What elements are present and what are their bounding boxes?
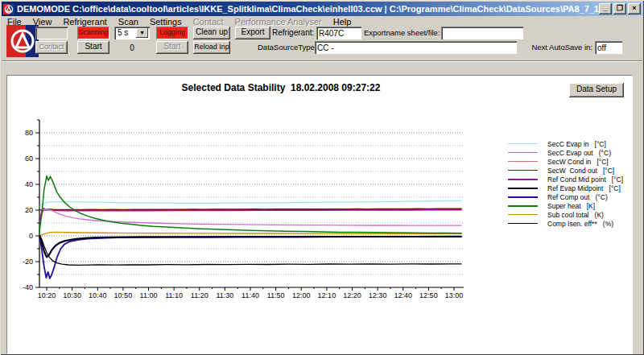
svg-text:13:00: 13:00 <box>445 291 464 299</box>
svg-text:-20: -20 <box>23 258 33 266</box>
svg-text:10:50: 10:50 <box>114 291 133 299</box>
app-window: DEMOMODE C:\office\data\cooltool\article… <box>0 0 644 355</box>
legend-label: SecC Evap in [°C] <box>547 140 606 148</box>
scan-start-button[interactable]: Start <box>77 41 109 54</box>
contact-button[interactable]: Contact <box>35 41 68 54</box>
svg-text:11:20: 11:20 <box>191 291 208 299</box>
legend-label: Comp Isen. eff** (%) <box>547 220 613 228</box>
svg-text:11:30: 11:30 <box>216 291 233 299</box>
svg-text:12:20: 12:20 <box>343 291 361 299</box>
scanning-status-badge: Scanning <box>77 27 109 39</box>
legend-item: Ref Evap Midpoint [°C] <box>506 184 621 192</box>
legend-label: Sub cool total (K) <box>547 211 604 219</box>
legend-line-swatch <box>508 161 538 162</box>
legend-label: SecC Evap out (°C) <box>547 149 611 157</box>
chart-panel: 806040200-20-4010:2010:3010:4010:5011:00… <box>6 75 633 354</box>
svg-text:60: 60 <box>25 155 33 163</box>
svg-text:12:00: 12:00 <box>292 291 311 299</box>
datasource-label: DataSourceType: <box>258 41 312 54</box>
svg-text:80: 80 <box>25 129 33 137</box>
svg-text:10:30: 10:30 <box>63 291 81 299</box>
legend-item: SecW Cond in [°C] <box>506 157 609 166</box>
chevron-down-icon[interactable]: ▼ <box>136 28 148 38</box>
chart-title: Selected Data Stability 18.02.2008 09:27… <box>128 82 434 93</box>
svg-text:11:10: 11:10 <box>165 291 183 299</box>
legend-item: Ref Comp out (°C) <box>506 192 608 201</box>
svg-text:10:40: 10:40 <box>89 291 107 299</box>
refrigerant-label: Refrigerant: <box>272 27 314 39</box>
datasource-input[interactable] <box>315 41 517 54</box>
legend-label: Super heat [K] <box>547 202 595 210</box>
legend-item: Ref Cond Mid point [°C] <box>506 175 623 184</box>
data-setup-button[interactable]: Data Setup <box>569 83 624 97</box>
legend-label: Ref Cond Mid point [°C] <box>547 175 623 184</box>
refrigerant-input[interactable] <box>316 27 361 39</box>
exportname-label: Exportname sheet/file: <box>364 27 438 39</box>
legend-line-swatch <box>508 143 538 144</box>
legend-label: SecW Cond in [°C] <box>547 158 609 166</box>
legend-label: Ref Comp out (°C) <box>547 193 608 201</box>
legend-item: Sub cool total (K) <box>506 210 604 219</box>
legend-line-swatch <box>508 152 538 153</box>
legend-line-swatch <box>508 214 538 215</box>
legend-line-swatch <box>508 205 538 207</box>
legend-item: SecC Evap out (°C) <box>506 148 611 157</box>
legend-label: Ref Evap Midpoint [°C] <box>547 184 621 192</box>
svg-text:11:40: 11:40 <box>242 291 259 299</box>
legend-label: SecW Cond out [°C] <box>547 167 614 175</box>
svg-text:12:50: 12:50 <box>419 291 438 299</box>
svg-text:20: 20 <box>25 206 33 214</box>
log-start-button[interactable]: Start <box>156 41 188 54</box>
restore-button[interactable]: ❐ <box>613 3 626 14</box>
legend-line-swatch <box>508 170 538 171</box>
svg-text:12:30: 12:30 <box>369 291 387 299</box>
interval-dropdown[interactable]: 5 s ▼ <box>114 27 150 39</box>
climacheck-logo-icon <box>6 25 39 57</box>
status-field <box>35 27 68 39</box>
close-button[interactable]: × <box>628 3 641 14</box>
scan-counter: 0 <box>122 42 142 55</box>
legend-line-swatch <box>508 223 538 224</box>
legend-line-swatch <box>508 196 538 198</box>
exportname-input[interactable] <box>441 27 523 39</box>
reload-inp-button[interactable]: Reload Inp <box>193 41 230 54</box>
legend-item: Comp Isen. eff** (%) <box>506 219 613 228</box>
legend-item: SecW Cond out [°C] <box>506 166 614 175</box>
toolbar-divider <box>2 60 642 62</box>
autosave-input[interactable] <box>595 41 622 54</box>
legend-item: SecC Evap in [°C] <box>506 139 606 148</box>
svg-text:-40: -40 <box>23 283 33 291</box>
toolbar: Contact Scanning Start 5 s ▼ 0 Logging S… <box>2 29 642 60</box>
svg-text:11:00: 11:00 <box>140 291 158 299</box>
svg-text:40: 40 <box>25 180 33 188</box>
app-icon <box>3 4 14 14</box>
title-bar: DEMOMODE C:\office\data\cooltool\article… <box>2 2 642 16</box>
svg-text:11:50: 11:50 <box>267 291 285 299</box>
svg-text:0: 0 <box>29 232 33 240</box>
svg-text:12:10: 12:10 <box>318 291 336 299</box>
legend-line-swatch <box>508 179 538 180</box>
autosave-label: Next AutoSave in: <box>521 41 592 54</box>
clean-up-button[interactable]: Clean up <box>193 27 230 39</box>
minimize-button[interactable]: _ <box>599 3 612 14</box>
svg-text:10:20: 10:20 <box>38 291 56 299</box>
legend-item: Super heat [K] <box>506 201 595 210</box>
logging-status-badge: Logging <box>156 27 188 39</box>
legend-line-swatch <box>508 188 538 189</box>
interval-value: 5 s <box>118 27 128 39</box>
export-button[interactable]: Export <box>235 27 270 39</box>
svg-text:12:40: 12:40 <box>394 291 412 299</box>
window-title: DEMOMODE C:\office\data\cooltool\article… <box>17 4 599 14</box>
